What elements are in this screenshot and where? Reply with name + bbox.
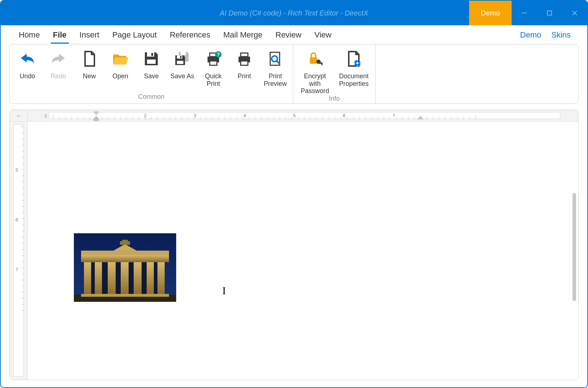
ribbon-group-empty xyxy=(376,44,578,103)
svg-rect-45 xyxy=(95,262,102,295)
ribbon-group-common: Undo Redo New Open xyxy=(10,44,293,103)
svg-rect-10 xyxy=(180,56,182,58)
right-indent-marker[interactable] xyxy=(418,110,423,121)
redo-button: Redo xyxy=(46,48,71,80)
save-button[interactable]: Save xyxy=(139,48,164,80)
svg-rect-46 xyxy=(108,262,116,295)
encrypt-with-password-button[interactable]: Encrypt with Password xyxy=(298,48,331,95)
tab-page-layout[interactable]: Page Layout xyxy=(106,27,164,43)
menu-tabs: Home File Insert Page Layout References … xyxy=(1,25,587,43)
print-icon xyxy=(236,50,253,67)
undo-icon xyxy=(19,50,36,67)
document-area: ⌐ 1 2 3 4 5 6 7 5 6 7 xyxy=(9,110,579,380)
svg-rect-47 xyxy=(121,262,129,295)
indent-marker[interactable] xyxy=(94,110,99,121)
svg-marker-33 xyxy=(94,116,99,119)
tab-file[interactable]: File xyxy=(46,27,73,43)
ribbon-group-info: Encrypt with Password Document Propertie… xyxy=(293,44,376,103)
print-preview-button[interactable]: Print Preview xyxy=(263,48,288,87)
svg-rect-51 xyxy=(91,263,95,295)
open-button[interactable]: Open xyxy=(108,48,133,80)
minimize-icon xyxy=(521,10,527,16)
link-skins[interactable]: Skins xyxy=(546,27,576,43)
save-as-button[interactable]: Save As xyxy=(170,48,195,80)
svg-rect-43 xyxy=(128,241,130,245)
svg-rect-17 xyxy=(241,53,248,57)
vertical-scrollbar-thumb[interactable] xyxy=(573,193,576,301)
quick-print-button[interactable]: ? Quick Print xyxy=(201,48,226,87)
quick-print-icon: ? xyxy=(205,50,222,67)
tab-review[interactable]: Review xyxy=(269,27,308,43)
svg-rect-52 xyxy=(102,263,108,295)
svg-rect-38 xyxy=(81,255,169,262)
link-demo[interactable]: Demo xyxy=(515,27,547,43)
svg-rect-44 xyxy=(84,262,91,295)
svg-rect-25 xyxy=(321,62,322,65)
vertical-ruler[interactable]: 5 6 7 xyxy=(10,122,28,380)
tab-home[interactable]: Home xyxy=(12,27,46,43)
svg-rect-5 xyxy=(147,59,156,64)
svg-rect-53 xyxy=(116,263,121,295)
print-preview-icon xyxy=(267,50,284,67)
svg-rect-50 xyxy=(157,262,165,295)
ribbon-group-label-info: Info xyxy=(298,95,370,104)
window-title: AI Demo (C# code) - Rich Text Editor - D… xyxy=(220,1,369,25)
window-close-button[interactable] xyxy=(562,1,587,25)
svg-rect-34 xyxy=(94,119,99,121)
demo-badge[interactable]: Demo xyxy=(469,1,512,25)
svg-rect-56 xyxy=(154,263,157,295)
svg-rect-55 xyxy=(142,263,147,295)
svg-rect-57 xyxy=(81,294,169,297)
document-page[interactable]: I xyxy=(28,122,578,380)
undo-button[interactable]: Undo xyxy=(15,48,40,80)
ribbon-group-label-common: Common xyxy=(15,93,288,102)
ruler-corner: ⌐ xyxy=(10,110,28,122)
save-icon xyxy=(143,50,160,67)
horizontal-ruler[interactable]: 1 2 3 4 5 6 7 xyxy=(28,110,578,122)
svg-rect-41 xyxy=(122,240,128,245)
print-button[interactable]: Print xyxy=(232,48,257,80)
tab-mail-merge[interactable]: Mail Merge xyxy=(217,27,269,43)
ribbon: Undo Redo New Open xyxy=(9,44,579,104)
svg-rect-18 xyxy=(241,61,248,65)
document-properties-button[interactable]: Document Properties xyxy=(337,48,370,87)
maximize-icon xyxy=(546,10,553,16)
svg-rect-13 xyxy=(210,61,217,65)
text-cursor: I xyxy=(222,285,226,297)
svg-rect-9 xyxy=(177,61,183,64)
close-icon xyxy=(571,10,578,16)
svg-text:?: ? xyxy=(217,52,220,57)
svg-rect-22 xyxy=(310,57,317,64)
svg-rect-7 xyxy=(181,52,186,55)
tab-view[interactable]: View xyxy=(308,27,338,43)
embedded-image[interactable] xyxy=(74,233,176,302)
svg-rect-48 xyxy=(134,262,142,295)
lock-key-icon xyxy=(306,50,324,67)
svg-rect-1 xyxy=(547,11,552,15)
svg-marker-32 xyxy=(94,112,99,115)
title-bar: AI Demo (C# code) - Rich Text Editor - D… xyxy=(1,1,587,25)
tab-references[interactable]: References xyxy=(163,27,217,43)
open-folder-icon xyxy=(112,50,129,67)
svg-rect-42 xyxy=(120,241,122,245)
redo-icon xyxy=(50,50,67,67)
save-as-icon xyxy=(174,50,191,67)
tab-insert[interactable]: Insert xyxy=(73,27,106,43)
svg-point-27 xyxy=(356,62,358,64)
window-minimize-button[interactable] xyxy=(512,1,537,25)
new-file-icon xyxy=(81,50,98,67)
document-properties-icon xyxy=(345,50,362,67)
svg-rect-49 xyxy=(147,262,154,295)
window-maximize-button[interactable] xyxy=(537,1,562,25)
svg-rect-39 xyxy=(81,251,169,255)
new-button[interactable]: New xyxy=(77,48,102,80)
svg-rect-6 xyxy=(151,53,153,56)
svg-rect-54 xyxy=(129,263,134,295)
